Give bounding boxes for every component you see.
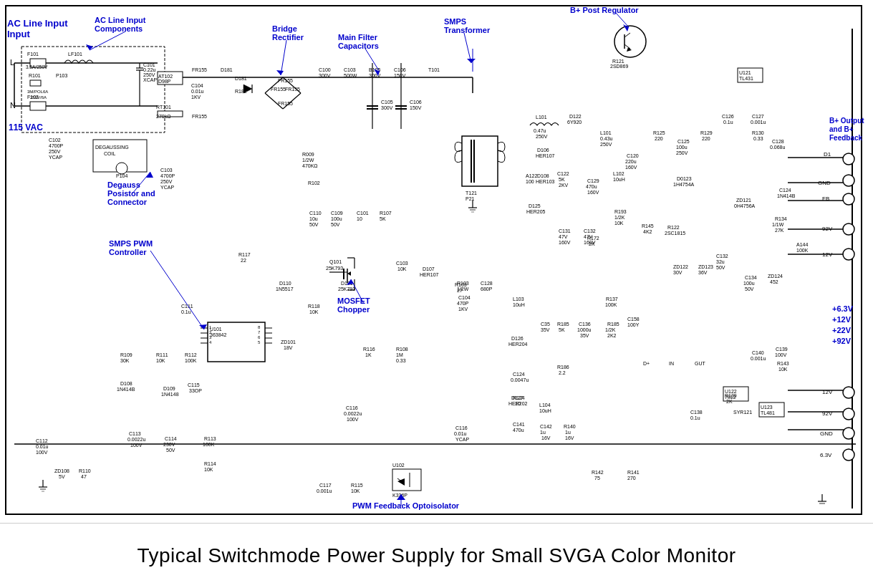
- svg-point-118: [614, 26, 646, 57]
- svg-text:XCAP: XCAP: [143, 77, 157, 82]
- svg-text:+6.3V: +6.3V: [832, 304, 854, 313]
- svg-text:250V: 250V: [600, 142, 612, 147]
- svg-text:SMPS: SMPS: [444, 17, 466, 26]
- svg-text:100K: 100K: [185, 358, 197, 363]
- svg-text:U101: U101: [210, 327, 222, 332]
- svg-text:0.01u: 0.01u: [191, 89, 204, 94]
- svg-text:C128: C128: [481, 281, 493, 286]
- svg-text:C138: C138: [690, 410, 703, 415]
- svg-text:35V: 35V: [580, 333, 589, 338]
- svg-text:47V: 47V: [559, 234, 568, 239]
- svg-text:10K: 10K: [351, 488, 360, 493]
- svg-text:36V: 36V: [698, 270, 708, 275]
- svg-text:0.01u: 0.01u: [454, 431, 467, 436]
- svg-text:R009: R009: [302, 152, 314, 157]
- svg-text:Input: Input: [7, 29, 30, 39]
- svg-text:R185: R185: [607, 322, 619, 327]
- svg-text:160V: 160V: [559, 240, 571, 245]
- svg-text:C101: C101: [143, 62, 155, 67]
- svg-text:0.0022u: 0.0022u: [127, 437, 145, 442]
- svg-text:10K: 10K: [204, 467, 213, 472]
- svg-text:1u: 1u: [565, 430, 571, 435]
- svg-text:+92V: +92V: [832, 337, 852, 345]
- svg-text:0.0022u: 0.0022u: [344, 411, 362, 416]
- svg-text:10uH: 10uH: [513, 302, 525, 307]
- svg-text:A144: A144: [796, 242, 808, 247]
- svg-text:C142: C142: [540, 424, 552, 429]
- svg-text:C103: C103: [160, 168, 173, 173]
- svg-text:Bridge: Bridge: [272, 24, 297, 33]
- svg-text:Components: Components: [95, 24, 143, 33]
- svg-text:452: 452: [770, 279, 778, 284]
- svg-text:R130: R130: [752, 130, 764, 135]
- svg-text:R113: R113: [204, 436, 216, 441]
- svg-text:ZD101: ZD101: [281, 339, 296, 344]
- svg-text:25K793: 25K793: [326, 266, 343, 271]
- diagram-area: L N F101 3.5A/250V F102 LF101 R101 3M/PO…: [0, 0, 873, 523]
- svg-text:FR155: FR155: [271, 87, 286, 92]
- svg-text:ZD124: ZD124: [768, 274, 783, 279]
- svg-text:32u: 32u: [716, 259, 725, 264]
- svg-text:R101: R101: [29, 73, 41, 78]
- svg-text:270kΩ: 270kΩ: [156, 114, 170, 119]
- svg-text:250V: 250V: [49, 149, 61, 154]
- svg-text:Feedback: Feedback: [829, 134, 863, 142]
- svg-text:47: 47: [81, 474, 87, 479]
- svg-text:C116: C116: [346, 405, 358, 410]
- svg-text:R143: R143: [777, 361, 789, 366]
- svg-text:SMPS PWM: SMPS PWM: [109, 239, 153, 248]
- svg-text:D0123: D0123: [677, 176, 692, 181]
- svg-text:0.43u: 0.43u: [600, 136, 613, 141]
- svg-text:TL431: TL431: [739, 76, 753, 81]
- svg-text:C120: C120: [627, 153, 639, 158]
- svg-text:B+ Post  Regulator: B+ Post Regulator: [570, 6, 639, 14]
- svg-text:50V: 50V: [309, 222, 319, 227]
- svg-point-148: [843, 249, 854, 260]
- svg-text:R139: R139: [725, 393, 737, 398]
- svg-text:R111: R111: [156, 352, 168, 357]
- svg-point-53: [116, 163, 127, 174]
- svg-text:FR155: FR155: [278, 78, 293, 83]
- svg-text:MOSFET: MOSFET: [337, 297, 370, 305]
- svg-text:5V: 5V: [59, 474, 65, 479]
- svg-point-156: [843, 449, 854, 461]
- svg-text:12V: 12V: [822, 251, 833, 258]
- svg-text:1N5517: 1N5517: [276, 286, 294, 291]
- svg-text:L104: L104: [539, 403, 551, 408]
- svg-text:C124: C124: [513, 372, 525, 377]
- svg-text:250V/6A: 250V/6A: [30, 95, 47, 100]
- svg-text:FR155: FR155: [278, 101, 293, 106]
- svg-text:100K: 100K: [605, 302, 617, 307]
- svg-text:R145: R145: [642, 223, 654, 228]
- svg-text:92V: 92V: [822, 410, 833, 417]
- svg-text:GND: GND: [818, 180, 831, 186]
- svg-text:C140: C140: [752, 350, 764, 355]
- svg-text:C139: C139: [776, 347, 788, 352]
- svg-text:100V: 100V: [775, 352, 787, 357]
- svg-text:100K: 100K: [203, 442, 215, 447]
- svg-text:100u: 100u: [676, 145, 688, 150]
- svg-text:0.33: 0.33: [396, 358, 406, 363]
- svg-text:680P: 680P: [481, 286, 493, 291]
- svg-text:470P: 470P: [457, 301, 469, 306]
- svg-text:250V: 250V: [676, 150, 688, 155]
- svg-text:C104: C104: [191, 83, 203, 88]
- svg-text:L101: L101: [536, 115, 547, 120]
- svg-text:5K: 5K: [380, 216, 386, 221]
- svg-text:D181: D181: [221, 67, 233, 72]
- svg-text:25K793: 25K793: [338, 286, 355, 291]
- svg-text:10K: 10K: [614, 221, 624, 226]
- svg-text:C35: C35: [541, 322, 550, 327]
- svg-text:GUT: GUT: [695, 361, 706, 366]
- svg-text:Rectifier: Rectifier: [272, 33, 304, 42]
- svg-text:3.5A/250V: 3.5A/250V: [26, 64, 48, 69]
- svg-text:35V: 35V: [541, 327, 550, 332]
- svg-text:+22V: +22V: [832, 326, 852, 334]
- svg-text:10: 10: [357, 216, 362, 221]
- svg-text:0.0047u: 0.0047u: [511, 377, 529, 382]
- svg-text:D127: D127: [511, 395, 524, 400]
- svg-text:0.068u: 0.068u: [770, 145, 786, 150]
- svg-text:1M: 1M: [396, 352, 403, 357]
- svg-text:1N414B: 1N414B: [777, 193, 796, 198]
- svg-text:C101: C101: [357, 211, 369, 216]
